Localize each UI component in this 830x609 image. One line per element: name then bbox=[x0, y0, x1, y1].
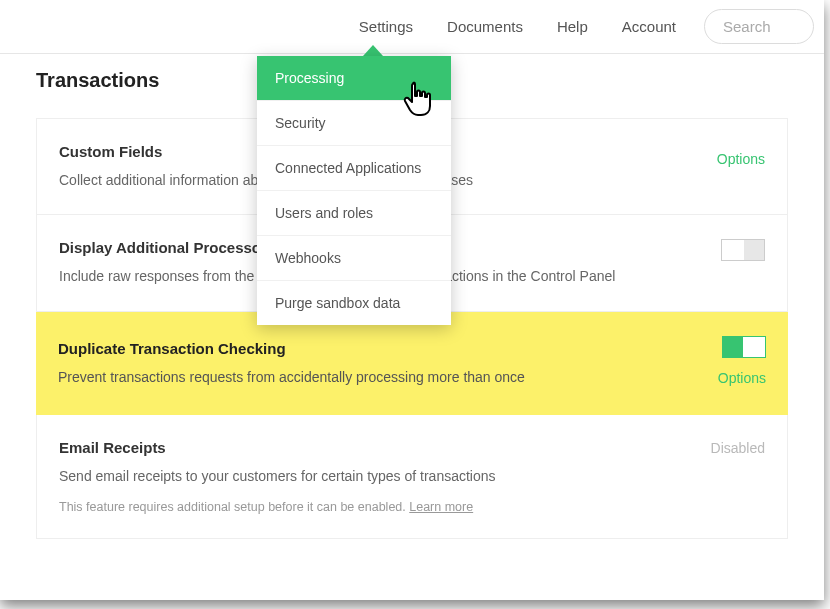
toggle-processor-response[interactable] bbox=[721, 239, 765, 261]
section-title: Email Receipts bbox=[59, 439, 765, 456]
nav-account[interactable]: Account bbox=[622, 18, 676, 35]
section-right: Options bbox=[718, 336, 766, 387]
app-frame: Settings Documents Help Account Search T… bbox=[0, 0, 824, 600]
section-title: Duplicate Transaction Checking bbox=[58, 340, 766, 357]
dropdown-caret-icon bbox=[363, 45, 383, 56]
dropdown-item-webhooks[interactable]: Webhooks bbox=[257, 236, 451, 281]
search-placeholder: Search bbox=[723, 18, 771, 35]
section-right: Options bbox=[717, 143, 765, 168]
settings-dropdown: Processing Security Connected Applicatio… bbox=[257, 56, 451, 325]
learn-more-link[interactable]: Learn more bbox=[409, 500, 473, 514]
top-bar: Settings Documents Help Account Search bbox=[0, 0, 824, 54]
options-link[interactable]: Options bbox=[717, 151, 765, 167]
section-desc: Prevent transactions requests from accid… bbox=[58, 367, 766, 387]
section-duplicate-checking: Options Duplicate Transaction Checking P… bbox=[36, 312, 788, 415]
toggle-duplicate-checking[interactable] bbox=[722, 336, 766, 358]
search-input[interactable]: Search bbox=[704, 9, 814, 44]
section-desc: Send email receipts to your customers fo… bbox=[59, 466, 765, 486]
section-right bbox=[721, 239, 765, 265]
status-disabled: Disabled bbox=[711, 440, 765, 456]
dropdown-item-users-and-roles[interactable]: Users and roles bbox=[257, 191, 451, 236]
section-right: Disabled bbox=[711, 439, 765, 457]
toggle-knob bbox=[723, 337, 743, 357]
section-email-receipts: Disabled Email Receipts Send email recei… bbox=[36, 415, 788, 539]
toggle-knob bbox=[744, 240, 764, 260]
nav-help[interactable]: Help bbox=[557, 18, 588, 35]
dropdown-item-connected-applications[interactable]: Connected Applications bbox=[257, 146, 451, 191]
nav: Settings Documents Help Account bbox=[359, 18, 676, 35]
dropdown-item-processing[interactable]: Processing bbox=[257, 56, 451, 101]
dropdown-item-purge-sandbox-data[interactable]: Purge sandbox data bbox=[257, 281, 451, 325]
note-text: This feature requires additional setup b… bbox=[59, 500, 409, 514]
nav-documents[interactable]: Documents bbox=[447, 18, 523, 35]
options-link[interactable]: Options bbox=[718, 370, 766, 386]
nav-settings[interactable]: Settings bbox=[359, 18, 413, 35]
section-note: This feature requires additional setup b… bbox=[59, 500, 765, 514]
dropdown-item-security[interactable]: Security bbox=[257, 101, 451, 146]
